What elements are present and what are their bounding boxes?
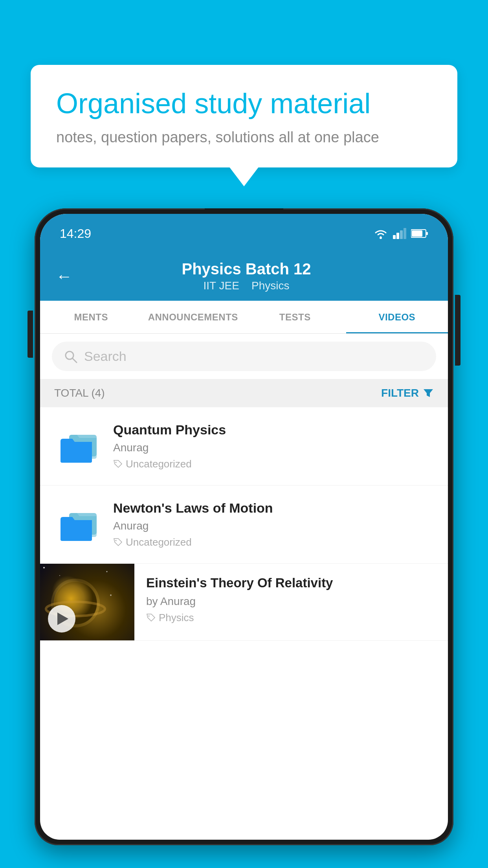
svg-rect-4 [404, 228, 406, 239]
back-button[interactable]: ← [56, 267, 72, 286]
tab-videos[interactable]: VIDEOS [346, 301, 448, 333]
svg-point-25 [149, 615, 150, 616]
svg-rect-7 [426, 232, 428, 235]
filter-bar: TOTAL (4) FILTER [40, 379, 448, 407]
video-list: Quantum Physics Anurag Uncategorized [40, 407, 448, 641]
phone-outer: 14:29 [35, 208, 453, 845]
svg-line-9 [72, 358, 77, 362]
video-thumbnail-einstein [40, 564, 134, 640]
filter-label: FILTER [381, 387, 419, 399]
video-item-info-3: Einstein's Theory Of Relativity by Anura… [134, 564, 448, 632]
video-title-2: Newton's Laws of Motion [113, 500, 434, 516]
play-button[interactable] [48, 605, 75, 633]
svg-rect-6 [412, 230, 422, 237]
svg-marker-10 [424, 389, 433, 397]
filter-button[interactable]: FILTER [381, 387, 434, 399]
svg-point-18 [106, 571, 108, 572]
svg-point-13 [116, 462, 117, 463]
svg-rect-2 [396, 233, 399, 239]
folder-thumb-1 [54, 425, 101, 468]
list-item[interactable]: Quantum Physics Anurag Uncategorized [40, 407, 448, 485]
speech-bubble-title: Organised study material [56, 86, 432, 120]
search-container: Search [40, 334, 448, 379]
video-author-1: Anurag [113, 441, 434, 454]
header-subtitle: IIT JEE Physics [84, 280, 409, 292]
battery-icon [411, 229, 428, 238]
tag-text-2: Uncategorized [126, 536, 192, 548]
filter-icon [423, 388, 434, 399]
app-content: ← Physics Batch 12 IIT JEE Physics MENTS… [40, 249, 448, 840]
video-tag-2: Uncategorized [113, 536, 434, 548]
svg-point-16 [116, 540, 117, 541]
svg-point-17 [43, 567, 45, 568]
status-bar: 14:29 [40, 214, 448, 249]
search-placeholder: Search [84, 349, 127, 364]
svg-rect-12 [61, 444, 92, 463]
status-time: 14:29 [60, 223, 91, 241]
status-icons [373, 224, 428, 239]
header-title: Physics Batch 12 [84, 260, 409, 278]
header-subtitle-part2: Physics [251, 280, 289, 292]
svg-rect-1 [393, 235, 396, 239]
tag-text-1: Uncategorized [126, 458, 192, 470]
list-item[interactable]: Einstein's Theory Of Relativity by Anura… [40, 564, 448, 641]
tag-icon [146, 613, 156, 623]
header-subtitle-part1: IIT JEE [204, 280, 239, 292]
signal-icon [393, 228, 406, 239]
folder-icon [57, 506, 99, 543]
speech-bubble-subtitle: notes, question papers, solutions all at… [56, 129, 432, 146]
svg-point-0 [380, 237, 382, 239]
video-title-1: Quantum Physics [113, 422, 434, 438]
phone-screen: 14:29 [40, 214, 448, 840]
tab-ments[interactable]: MENTS [40, 301, 142, 333]
video-item-info-2: Newton's Laws of Motion Anurag Uncategor… [113, 500, 434, 548]
list-item[interactable]: Newton's Laws of Motion Anurag Uncategor… [40, 485, 448, 564]
header-text: Physics Batch 12 IIT JEE Physics [84, 260, 432, 292]
svg-rect-15 [61, 522, 92, 541]
folder-icon [57, 428, 99, 465]
folder-thumb-2 [54, 503, 101, 546]
tab-tests[interactable]: TESTS [244, 301, 346, 333]
tabs-bar: MENTS ANNOUNCEMENTS TESTS VIDEOS [40, 301, 448, 334]
video-author-3: by Anurag [146, 595, 436, 608]
svg-rect-3 [400, 230, 403, 239]
tag-icon [113, 460, 123, 469]
svg-point-20 [110, 594, 112, 596]
app-header: ← Physics Batch 12 IIT JEE Physics [40, 249, 448, 301]
tag-text-3: Physics [159, 612, 194, 624]
wifi-icon [373, 228, 388, 239]
svg-point-19 [59, 575, 60, 576]
speech-bubble: Organised study material notes, question… [31, 65, 457, 167]
video-author-2: Anurag [113, 520, 434, 532]
video-title-3: Einstein's Theory Of Relativity [146, 576, 436, 590]
search-icon [64, 349, 78, 364]
search-box[interactable]: Search [52, 342, 436, 371]
video-tag-1: Uncategorized [113, 458, 434, 470]
total-count: TOTAL (4) [54, 387, 105, 399]
phone-mockup: 14:29 [35, 208, 453, 868]
tag-icon [113, 538, 123, 547]
tab-announcements[interactable]: ANNOUNCEMENTS [142, 301, 244, 333]
video-item-info-1: Quantum Physics Anurag Uncategorized [113, 422, 434, 470]
video-tag-3: Physics [146, 612, 436, 624]
